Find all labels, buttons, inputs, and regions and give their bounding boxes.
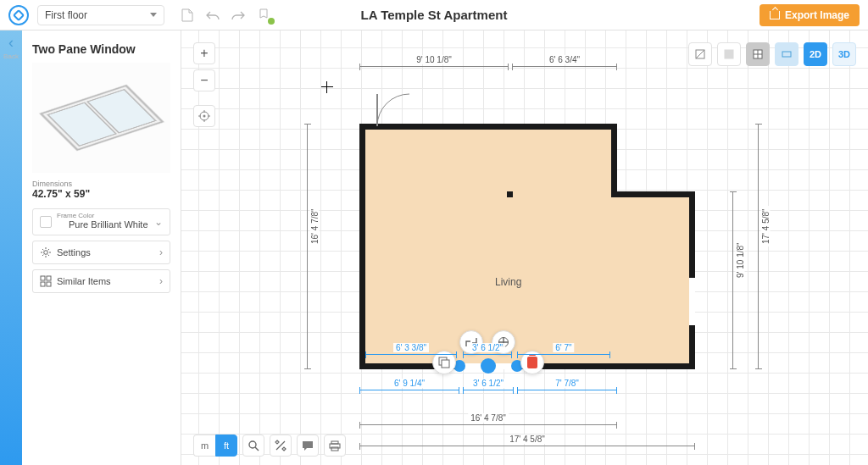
- mode-3d-button[interactable]: 3D: [832, 42, 856, 66]
- properties-panel: Two Pane Window Dimensions 42.75" x 59" …: [22, 30, 181, 465]
- svg-rect-13: [782, 52, 791, 57]
- dim-left: 16' 4 7/8": [307, 124, 308, 369]
- dimensions-value: 42.75" x 59": [32, 188, 170, 200]
- undo-icon[interactable]: [205, 8, 220, 23]
- mode-2d-button[interactable]: 2D: [804, 42, 827, 66]
- svg-point-18: [249, 441, 256, 448]
- toggle-dimensions-button[interactable]: [688, 42, 712, 66]
- svg-rect-17: [442, 360, 449, 368]
- dim-outer-bottom-a: 6' 9 1/4": [359, 390, 459, 390]
- unit-ft-button[interactable]: ft: [215, 435, 237, 457]
- dim-right-upper: 17' 4 5/8": [758, 124, 759, 369]
- grid-icon: [40, 275, 52, 287]
- zoom-in-button[interactable]: +: [193, 42, 215, 64]
- svg-point-9: [203, 115, 206, 118]
- svg-point-3: [44, 251, 48, 255]
- search-button[interactable]: [242, 435, 264, 457]
- dim-inner-bottom-b: 3' 6 1/2": [463, 354, 512, 355]
- dim-outer-bottom-c: 7' 7/8": [517, 390, 617, 390]
- tools-button[interactable]: [270, 435, 292, 457]
- similar-items-row[interactable]: Similar Items ›: [32, 269, 170, 293]
- dim-overall-a: 16' 4 7/8": [359, 424, 617, 425]
- print-button[interactable]: [324, 435, 346, 457]
- toggle-labels-button[interactable]: [717, 42, 741, 66]
- export-label: Export Image: [785, 9, 849, 21]
- svg-rect-6: [41, 282, 45, 286]
- selected-item-title: Two Pane Window: [32, 42, 170, 56]
- crosshair-cursor: [321, 81, 333, 93]
- back-button[interactable]: ‹: [0, 34, 22, 52]
- new-page-icon[interactable]: [180, 8, 195, 23]
- similar-items-label: Similar Items: [57, 276, 111, 286]
- toggle-grid-button[interactable]: [746, 42, 770, 66]
- app-logo[interactable]: [8, 5, 29, 25]
- dim-top-right: 6' 6 3/4": [512, 66, 617, 67]
- dim-inner-bottom-a: 6' 3 3/8": [365, 354, 457, 355]
- chevron-down-icon: ⌄: [154, 216, 163, 228]
- dim-right-lower: 9' 10 1/8": [732, 191, 733, 369]
- svg-rect-11: [725, 50, 733, 58]
- frame-color-label: Frame Color: [57, 212, 94, 219]
- back-label: Back: [0, 53, 22, 60]
- gear-icon: [40, 246, 52, 258]
- dim-outer-bottom-b: 3' 6 1/2": [463, 390, 514, 390]
- bottom-toolbar: m ft: [193, 435, 346, 457]
- chevron-right-icon: ›: [159, 275, 163, 287]
- floor-selector-value: First floor: [45, 9, 87, 21]
- svg-rect-4: [41, 276, 45, 280]
- floorplan-canvas[interactable]: + − 2D 3D Living: [181, 30, 868, 465]
- export-image-button[interactable]: Export Image: [760, 4, 860, 26]
- item-preview: [32, 63, 170, 173]
- recenter-button[interactable]: [193, 105, 215, 127]
- move-handle[interactable]: [481, 358, 496, 374]
- frame-color-row[interactable]: Frame Color Pure Brilliant White ⌄: [32, 208, 170, 235]
- room-label: Living: [495, 276, 521, 288]
- trash-icon: [527, 357, 537, 368]
- dim-inner-bottom-c: 6' 7": [517, 354, 610, 355]
- zoom-out-button[interactable]: −: [193, 69, 215, 91]
- door[interactable]: [376, 93, 415, 130]
- svg-rect-5: [47, 276, 51, 280]
- dim-overall-b: 17' 4 5/8": [359, 446, 695, 446]
- dimensions-label: Dimensions: [32, 180, 170, 188]
- view-toggles: 2D 3D: [688, 42, 856, 66]
- top-bar: First floor LA Temple St Apartment Expor…: [0, 0, 868, 30]
- camera-icon: [770, 11, 780, 19]
- chevron-right-icon: ›: [159, 246, 163, 258]
- settings-row[interactable]: Settings ›: [32, 241, 170, 264]
- unit-m-button[interactable]: m: [193, 435, 215, 457]
- category-strip[interactable]: [0, 30, 22, 465]
- dim-top-left: 9' 10 1/8": [359, 66, 509, 67]
- settings-label: Settings: [57, 247, 91, 257]
- chevron-down-icon: [150, 13, 157, 17]
- floor-selector[interactable]: First floor: [37, 5, 164, 25]
- zoom-controls: + −: [193, 42, 215, 127]
- color-swatch-icon: [40, 216, 52, 228]
- window-right[interactable]: [689, 276, 695, 327]
- frame-color-value: Pure Brilliant White: [69, 219, 148, 230]
- document-title[interactable]: LA Temple St Apartment: [361, 8, 508, 22]
- toggle-furniture-button[interactable]: [775, 42, 798, 66]
- save-icon[interactable]: [256, 8, 271, 23]
- comments-button[interactable]: [297, 435, 319, 457]
- svg-rect-7: [47, 282, 51, 286]
- redo-icon[interactable]: [231, 8, 246, 23]
